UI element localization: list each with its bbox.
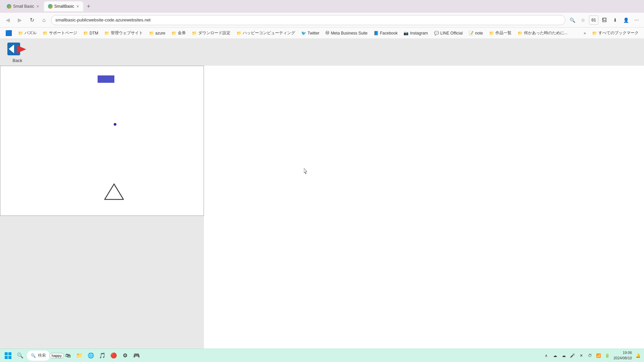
folder-icon-kinken: 📁	[171, 31, 176, 36]
instagram-icon: 📷	[404, 31, 409, 36]
back-area: Back	[0, 39, 644, 66]
system-icons: ∧ ☁ ☁ 🎤 ✕ ⏱ 📶 🔋	[543, 352, 611, 359]
clock-display[interactable]: 19:06 2024/08/10	[613, 350, 632, 361]
tab-smallbasic-active[interactable]: SmallBasic ✕	[44, 1, 83, 11]
folder-icon-dtm: 📁	[83, 31, 88, 36]
folder-icon-azure: 📁	[149, 31, 154, 36]
svg-rect-8	[8, 356, 11, 359]
taskbar-app3-icon[interactable]: ⚙	[120, 350, 130, 361]
taskbar-files-icon[interactable]: 📁	[74, 350, 85, 361]
download-icon[interactable]: ⬇	[610, 15, 620, 25]
taskbar-app4-icon[interactable]: 🎮	[131, 350, 142, 361]
bookmark-kinken[interactable]: 📁 金券	[169, 29, 189, 37]
happy-label: happy	[49, 353, 64, 358]
bookmark-azure[interactable]: 📁 azure	[146, 30, 168, 37]
tab-bar: Small Basic ✕ SmallBasic ✕ +	[0, 0, 644, 13]
taskbar: 🔍 🔍 検索 happy 🛍 📁 🌐 🎵 🔴 ⚙ 🎮 ∧ ☁ ☁ 🎤 ✕ ⏱ 📶…	[0, 349, 644, 362]
bookmark-twitter[interactable]: 🐦 Twitter	[299, 30, 322, 37]
taskbar-store-icon[interactable]: 🛍	[63, 350, 73, 361]
bookmark-note[interactable]: 📝 note	[466, 30, 485, 37]
ext-icon-2[interactable]: ⛾	[600, 15, 609, 25]
canvas-area	[0, 66, 644, 349]
mic-icon[interactable]: 🎤	[569, 352, 576, 359]
bookmark-facebook[interactable]: 📘 Facebook	[371, 30, 400, 37]
taskbar-happy-icon[interactable]: happy	[51, 350, 62, 361]
forward-nav-button[interactable]: ▶	[15, 15, 25, 25]
bookmark-sakuhin[interactable]: 📁 作品一覧	[486, 29, 514, 37]
all-bookmarks-button[interactable]: 📁 すべてのブックマーク	[589, 29, 641, 37]
back-icon-svg	[7, 42, 28, 57]
svg-rect-5	[5, 352, 8, 355]
refresh-nav-button[interactable]: ↻	[27, 15, 37, 25]
bookmark-instagram[interactable]: 📷 Instagram	[401, 30, 430, 37]
cloud-icon[interactable]: ☁	[560, 352, 567, 359]
windows-logo-icon	[5, 352, 11, 359]
bookmark-admin[interactable]: 📁 管理ウェブサイト	[102, 29, 146, 37]
folder-icon-happy: 📁	[236, 31, 241, 36]
time-display: 19:06	[613, 350, 632, 355]
tab-close-2[interactable]: ✕	[76, 4, 79, 9]
notification-icon[interactable]: 🔔	[635, 352, 641, 359]
svg-marker-4	[105, 184, 123, 199]
game-canvas	[0, 66, 204, 216]
back-nav-button[interactable]: ◀	[3, 15, 13, 25]
right-panel	[204, 66, 644, 349]
clock-icon[interactable]: ⏱	[587, 352, 593, 359]
toolbar-icons: 🔍 ☆ 01 ⛾ ⬇ 👤 ⋯	[568, 15, 641, 25]
triangle-svg	[104, 183, 124, 200]
page-content: Back	[0, 39, 644, 349]
bookmark-dtm[interactable]: 📁 DTM	[80, 30, 101, 37]
taskbar-browser-icon[interactable]: 🌐	[86, 350, 96, 361]
bookmark-nanika[interactable]: 📁 何かあった時のために...	[515, 29, 570, 37]
search-icon-small: 🔍	[31, 353, 36, 358]
taskbar-search-box[interactable]: 🔍 検索	[27, 351, 50, 361]
bookmark-download[interactable]: 📁 ダウンロード設定	[189, 29, 233, 37]
folder-icon-sakuhin: 📁	[489, 31, 494, 36]
back-button[interactable]: Back	[7, 42, 28, 63]
date-display: 2024/08/10	[613, 356, 632, 361]
tab-label-2: SmallBasic	[54, 4, 74, 9]
search-taskbar-button[interactable]: 🔍	[15, 350, 25, 361]
profile-icon[interactable]: 👤	[621, 15, 631, 25]
svg-rect-6	[8, 352, 11, 355]
tab-label-1: Small Basic	[13, 4, 34, 9]
bookmark-meta[interactable]: Ⓜ Meta Business Suite	[323, 29, 370, 37]
bookmark-happy[interactable]: 📁 ハッピーコンピューティング	[234, 29, 298, 37]
settings-icon[interactable]: ⋯	[632, 15, 641, 25]
bookmarks-more-button[interactable]: »	[581, 30, 589, 37]
bookmark-line[interactable]: 💬 LINE Official	[431, 30, 465, 37]
svg-rect-7	[5, 356, 8, 359]
security-icon[interactable]: ✕	[578, 352, 585, 359]
address-bar: ◀ ▶ ↻ ⌂ 🔍 ☆ 01 ⛾ ⬇ 👤 ⋯	[0, 13, 644, 27]
wifi-icon[interactable]: 📶	[595, 352, 602, 359]
meta-icon: Ⓜ	[325, 30, 329, 36]
tab-favicon-2	[48, 4, 53, 9]
back-label: Back	[13, 58, 22, 63]
taskbar-app1-icon[interactable]: 🎵	[97, 350, 108, 361]
folder-icon-nanika: 📁	[518, 31, 523, 36]
tab-favicon-1	[7, 4, 11, 9]
folder-icon-admin: 📁	[104, 31, 109, 36]
bookmark-support[interactable]: 📁 サポートページ	[40, 29, 80, 37]
ext-icon-1[interactable]: 01	[589, 15, 598, 25]
note-icon: 📝	[469, 31, 474, 36]
zoom-icon[interactable]: 🔍	[568, 15, 577, 25]
browser-chrome: Small Basic ✕ SmallBasic ✕ + ◀ ▶ ↻ ⌂ 🔍 ☆…	[0, 0, 644, 349]
purple-rectangle	[98, 75, 114, 83]
bookmark-puzzle[interactable]: 📁 パズル	[15, 29, 39, 37]
home-nav-button[interactable]: ⌂	[39, 15, 49, 25]
taskbar-app2-icon[interactable]: 🔴	[108, 350, 119, 361]
new-tab-button[interactable]: +	[84, 2, 93, 11]
chevron-up-icon[interactable]: ∧	[543, 352, 550, 359]
star-icon[interactable]: ☆	[578, 15, 588, 25]
onedrive-icon[interactable]: ☁	[552, 352, 558, 359]
twitter-icon: 🐦	[301, 31, 306, 36]
bookmarks-folder-icon: 📁	[592, 31, 597, 36]
tab-close-1[interactable]: ✕	[36, 4, 39, 9]
start-button[interactable]	[3, 350, 13, 361]
tab-small-basic[interactable]: Small Basic ✕	[3, 1, 43, 11]
bookmark-logo[interactable]: 🟦	[3, 29, 15, 37]
line-icon: 💬	[434, 31, 439, 36]
battery-icon[interactable]: 🔋	[604, 352, 611, 359]
address-input[interactable]	[51, 15, 566, 25]
